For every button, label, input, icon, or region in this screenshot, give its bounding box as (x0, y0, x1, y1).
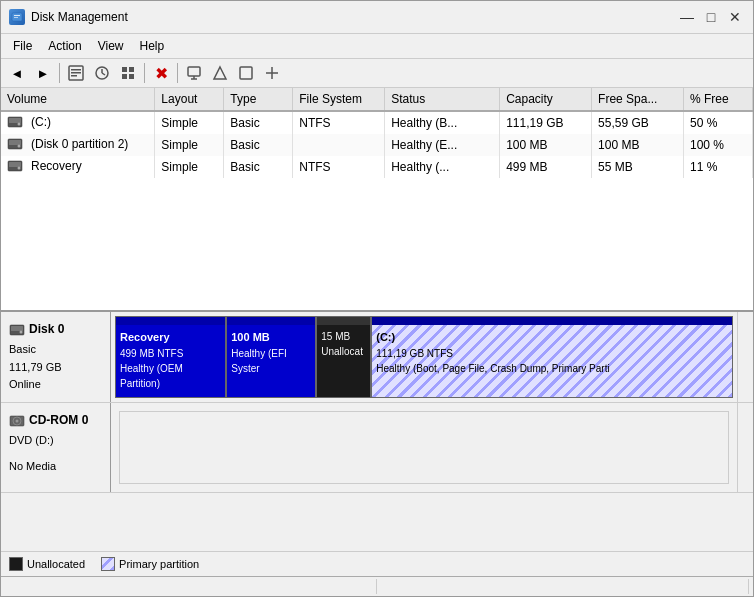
menu-action[interactable]: Action (40, 36, 89, 56)
menu-help[interactable]: Help (132, 36, 173, 56)
col-status[interactable]: Status (385, 88, 500, 111)
toolbar: ◄ ► ✖ (1, 59, 753, 88)
close-button[interactable]: ✕ (725, 7, 745, 27)
cell-volume: Recovery (1, 156, 155, 178)
cell-layout: Simple (155, 156, 224, 178)
svg-rect-12 (122, 74, 127, 79)
toolbar-btn-2[interactable] (90, 61, 114, 85)
cdrom-0-partitions (111, 403, 737, 492)
toolbar-sep-2 (144, 63, 145, 83)
toolbar-btn-5[interactable] (208, 61, 232, 85)
cell-type: Basic (224, 156, 293, 178)
cell-freespace: 55 MB (592, 156, 684, 178)
svg-point-35 (16, 419, 19, 422)
table-row[interactable]: (C:) Simple Basic NTFS Healthy (B... 111… (1, 111, 753, 134)
cell-volume: (Disk 0 partition 2) (1, 134, 155, 156)
table-area[interactable]: Volume Layout Type File System Status Ca… (1, 88, 753, 311)
disk-0-size: 111,79 GB (9, 359, 102, 377)
svg-rect-25 (9, 140, 21, 145)
cell-type: Basic (224, 134, 293, 156)
table-row[interactable]: (Disk 0 partition 2) Simple Basic Health… (1, 134, 753, 156)
svg-rect-18 (240, 67, 252, 79)
legend-primary-box (101, 557, 115, 571)
cdrom-0-type: DVD (D:) (9, 432, 102, 450)
legend-unalloc-label: Unallocated (27, 558, 85, 570)
toolbar-btn-1[interactable] (64, 61, 88, 85)
cell-volume: (C:) (1, 111, 155, 134)
toolbar-btn-7[interactable] (260, 61, 284, 85)
svg-rect-11 (129, 67, 134, 72)
cell-freespace: 55,59 GB (592, 111, 684, 134)
window-controls: — □ ✕ (677, 7, 745, 27)
cell-percentfree: 11 % (684, 156, 753, 178)
svg-point-26 (18, 145, 21, 148)
toolbar-sep-1 (59, 63, 60, 83)
toolbar-btn-3[interactable] (116, 61, 140, 85)
disk-0-row: Disk 0 Basic 111,79 GB Online Recovery 4… (1, 312, 753, 403)
col-layout[interactable]: Layout (155, 88, 224, 111)
disk-0-name: Disk 0 (29, 320, 64, 339)
cell-percentfree: 50 % (684, 111, 753, 134)
cdrom-0-status: No Media (9, 458, 102, 476)
cell-capacity: 100 MB (500, 134, 592, 156)
legend-primary: Primary partition (101, 557, 199, 571)
disk-0-partitions: Recovery 499 MB NTFS Healthy (OEM Partit… (111, 312, 737, 402)
menu-bar: File Action View Help (1, 34, 753, 59)
minimize-button[interactable]: — (677, 7, 697, 27)
cell-freespace: 100 MB (592, 134, 684, 156)
cell-layout: Simple (155, 111, 224, 134)
disk-0-type: Basic (9, 341, 102, 359)
main-window: Disk Management — □ ✕ File Action View H… (0, 0, 754, 597)
title-bar: Disk Management — □ ✕ (1, 1, 753, 34)
disk-area[interactable]: Disk 0 Basic 111,79 GB Online Recovery 4… (1, 311, 753, 551)
col-freespace[interactable]: Free Spa... (592, 88, 684, 111)
forward-button[interactable]: ► (31, 61, 55, 85)
cell-filesystem: NTFS (293, 156, 385, 178)
status-pane-2 (377, 579, 749, 594)
col-filesystem[interactable]: File System (293, 88, 385, 111)
cell-layout: Simple (155, 134, 224, 156)
cdrom-0-label: CD-ROM 0 DVD (D:) No Media (1, 403, 111, 492)
col-capacity[interactable]: Capacity (500, 88, 592, 111)
table-row[interactable]: Recovery Simple Basic NTFS Healthy (... … (1, 156, 753, 178)
delete-button[interactable]: ✖ (149, 61, 173, 85)
col-type[interactable]: Type (224, 88, 293, 111)
cell-status: Healthy (... (385, 156, 500, 178)
svg-rect-5 (71, 72, 81, 74)
menu-file[interactable]: File (5, 36, 40, 56)
toolbar-btn-6[interactable] (234, 61, 258, 85)
toolbar-btn-4[interactable] (182, 61, 206, 85)
maximize-button[interactable]: □ (701, 7, 721, 27)
cdrom-0-name: CD-ROM 0 (29, 411, 88, 430)
window-title: Disk Management (31, 10, 128, 24)
cell-filesystem (293, 134, 385, 156)
main-content: Volume Layout Type File System Status Ca… (1, 88, 753, 576)
menu-view[interactable]: View (90, 36, 132, 56)
svg-line-9 (102, 73, 105, 75)
svg-rect-10 (122, 67, 127, 72)
partition-recovery[interactable]: Recovery 499 MB NTFS Healthy (OEM Partit… (115, 316, 226, 398)
svg-rect-22 (9, 118, 21, 123)
svg-rect-28 (9, 162, 21, 167)
scroll-track-2 (737, 403, 753, 492)
svg-rect-2 (14, 17, 18, 18)
partition-unallocated[interactable]: 15 MB Unallocat (316, 316, 371, 398)
cell-capacity: 499 MB (500, 156, 592, 178)
svg-rect-1 (14, 15, 20, 16)
svg-rect-31 (11, 326, 23, 331)
col-percentfree[interactable]: % Free (684, 88, 753, 111)
scroll-track (737, 312, 753, 402)
cell-percentfree: 100 % (684, 134, 753, 156)
disk-0-label: Disk 0 Basic 111,79 GB Online (1, 312, 111, 402)
cdrom-empty (119, 411, 729, 484)
svg-point-23 (18, 123, 21, 126)
col-volume[interactable]: Volume (1, 88, 155, 111)
cell-type: Basic (224, 111, 293, 134)
legend-unallocated: Unallocated (9, 557, 85, 571)
partition-c[interactable]: (C:) 111,19 GB NTFS Healthy (Boot, Page … (371, 316, 733, 398)
back-button[interactable]: ◄ (5, 61, 29, 85)
cdrom-0-row: CD-ROM 0 DVD (D:) No Media (1, 403, 753, 493)
partition-efi[interactable]: 100 MB Healthy (EFI Syster (226, 316, 316, 398)
table-header-row: Volume Layout Type File System Status Ca… (1, 88, 753, 111)
toolbar-sep-3 (177, 63, 178, 83)
